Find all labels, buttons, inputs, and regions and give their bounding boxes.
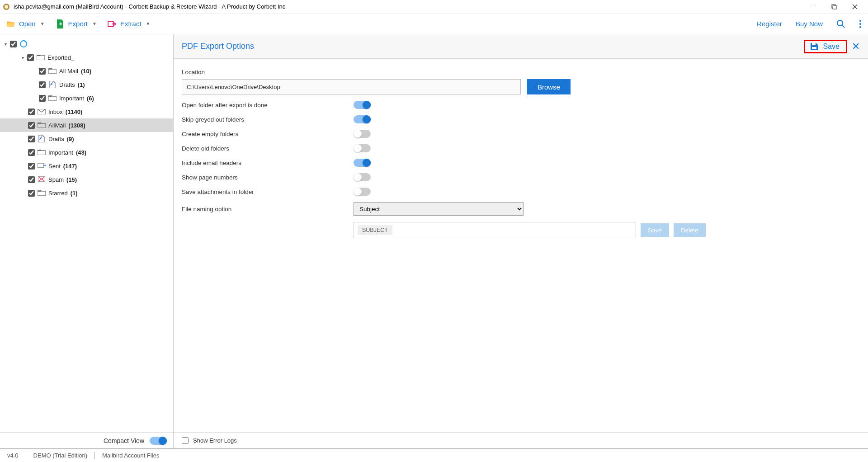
caret-down-icon: ▼ bbox=[146, 21, 151, 26]
expander-icon[interactable]: ▾ bbox=[5, 42, 10, 47]
option-label: Save attachments in folder bbox=[182, 189, 354, 195]
folder-checkbox[interactable] bbox=[28, 176, 35, 183]
option-row: Open folder after export is done bbox=[182, 101, 860, 109]
location-input[interactable] bbox=[182, 79, 521, 94]
root-checkbox[interactable] bbox=[10, 41, 17, 47]
show-error-logs-label: Show Error Logs bbox=[193, 437, 237, 444]
close-button[interactable] bbox=[844, 0, 865, 14]
file-naming-select[interactable]: Subject bbox=[354, 202, 524, 216]
more-vertical-icon[interactable] bbox=[859, 19, 862, 28]
app-icon bbox=[3, 3, 10, 10]
edition-label: DEMO (Trial Edition) bbox=[33, 452, 87, 459]
export-button[interactable]: Export ▼ bbox=[56, 19, 97, 28]
folder-checkbox[interactable] bbox=[39, 95, 46, 102]
tree-row[interactable]: Important(6) bbox=[0, 91, 173, 105]
folder-icon bbox=[38, 176, 46, 183]
svg-rect-13 bbox=[48, 96, 57, 101]
tree-row[interactable]: Starred(1) bbox=[0, 186, 173, 200]
option-toggle[interactable] bbox=[354, 173, 371, 181]
extract-label: Extract bbox=[120, 20, 142, 28]
folder-checkbox[interactable] bbox=[28, 136, 35, 142]
naming-save-button[interactable]: Save bbox=[641, 223, 669, 237]
option-row: Include email headers bbox=[182, 159, 860, 167]
folder-count: (43) bbox=[76, 149, 86, 156]
folder-label: Drafts bbox=[59, 81, 75, 88]
search-icon[interactable] bbox=[836, 19, 845, 28]
svg-rect-17 bbox=[38, 163, 44, 168]
browse-button[interactable]: Browse bbox=[527, 79, 571, 94]
minimize-button[interactable] bbox=[803, 0, 824, 14]
tree-row[interactable]: Drafts(1) bbox=[0, 78, 173, 91]
option-row: Show page numbers bbox=[182, 173, 860, 181]
option-label: Delete old folders bbox=[182, 145, 354, 152]
folder-tree: ▾ ▾Exported_All Mail(10)Drafts(1)Importa… bbox=[0, 34, 173, 432]
folder-count: (1308) bbox=[68, 122, 85, 129]
extract-icon bbox=[108, 19, 117, 28]
options-header: PDF Export Options Save ✕ bbox=[174, 34, 868, 59]
folder-checkbox[interactable] bbox=[39, 68, 46, 75]
folder-checkbox[interactable] bbox=[28, 149, 35, 156]
option-toggle[interactable] bbox=[354, 130, 371, 138]
tree-row[interactable]: Sent(147) bbox=[0, 159, 173, 173]
folder-label: Drafts bbox=[48, 136, 64, 142]
close-icon[interactable]: ✕ bbox=[852, 41, 860, 52]
folder-checkbox[interactable] bbox=[39, 81, 46, 88]
folder-icon bbox=[38, 108, 46, 115]
folder-label: Important bbox=[59, 95, 84, 102]
folder-icon bbox=[38, 163, 46, 169]
folder-checkbox[interactable] bbox=[28, 190, 35, 197]
tree-row[interactable]: Drafts(9) bbox=[0, 132, 173, 146]
folder-count: (147) bbox=[63, 163, 77, 170]
option-toggle[interactable] bbox=[354, 144, 371, 152]
folder-count: (6) bbox=[87, 95, 94, 102]
file-export-icon bbox=[56, 19, 65, 28]
compact-view-label: Compact View bbox=[104, 437, 144, 444]
option-toggle[interactable] bbox=[354, 159, 371, 167]
folder-checkbox[interactable] bbox=[27, 54, 34, 61]
compact-view-bar: Compact View bbox=[0, 432, 173, 448]
expander-icon[interactable]: ▾ bbox=[22, 55, 27, 60]
tree-row[interactable]: All Mail(10) bbox=[0, 64, 173, 78]
option-toggle[interactable] bbox=[354, 188, 371, 196]
main: ▾ ▾Exported_All Mail(10)Drafts(1)Importa… bbox=[0, 34, 868, 448]
tree-row[interactable]: Important(43) bbox=[0, 146, 173, 159]
compact-view-toggle[interactable] bbox=[150, 437, 167, 445]
option-row: Create empty folders bbox=[182, 130, 860, 138]
option-toggle[interactable] bbox=[354, 115, 371, 123]
context-label: Mailbird Account Files bbox=[102, 452, 159, 459]
tree-row[interactable]: ▾Exported_ bbox=[0, 51, 173, 64]
naming-chip-input[interactable]: SUBJECT bbox=[354, 222, 636, 238]
register-link[interactable]: Register bbox=[757, 20, 782, 28]
naming-delete-button[interactable]: Delete bbox=[674, 223, 706, 237]
statusbar: v4.0 DEMO (Trial Edition) Mailbird Accou… bbox=[0, 448, 868, 462]
maximize-button[interactable] bbox=[824, 0, 844, 14]
svg-rect-11 bbox=[37, 56, 45, 60]
error-log-row: Show Error Logs bbox=[174, 432, 868, 448]
folder-icon bbox=[48, 95, 57, 101]
save-button[interactable]: Save bbox=[804, 40, 847, 53]
open-button[interactable]: Open ▼ bbox=[6, 19, 45, 28]
folder-icon bbox=[48, 68, 57, 74]
folder-checkbox[interactable] bbox=[28, 108, 35, 115]
svg-point-1 bbox=[5, 5, 8, 9]
tree-row[interactable]: Spam(15) bbox=[0, 173, 173, 186]
tree-row[interactable]: Inbox(1140) bbox=[0, 105, 173, 118]
svg-point-8 bbox=[859, 23, 861, 25]
account-icon bbox=[19, 41, 28, 47]
file-naming-label: File naming option bbox=[182, 206, 354, 212]
show-error-logs-checkbox[interactable] bbox=[182, 437, 189, 444]
tree-row[interactable]: AllMail(1308) bbox=[0, 118, 173, 132]
option-toggle[interactable] bbox=[354, 101, 371, 109]
svg-rect-16 bbox=[38, 151, 46, 155]
sidebar: ▾ ▾Exported_All Mail(10)Drafts(1)Importa… bbox=[0, 34, 174, 448]
buy-now-link[interactable]: Buy Now bbox=[796, 20, 823, 28]
option-row: Skip greyed out folders bbox=[182, 115, 860, 123]
tree-root[interactable]: ▾ bbox=[0, 37, 173, 51]
extract-button[interactable]: Extract ▼ bbox=[108, 19, 151, 28]
folder-checkbox[interactable] bbox=[28, 163, 35, 170]
option-label: Create empty folders bbox=[182, 131, 354, 137]
caret-down-icon: ▼ bbox=[92, 21, 97, 26]
titlebar: isha.pcvita@gmail.com (MailBird Account)… bbox=[0, 0, 868, 14]
folder-checkbox[interactable] bbox=[28, 122, 35, 129]
svg-rect-12 bbox=[48, 69, 57, 74]
